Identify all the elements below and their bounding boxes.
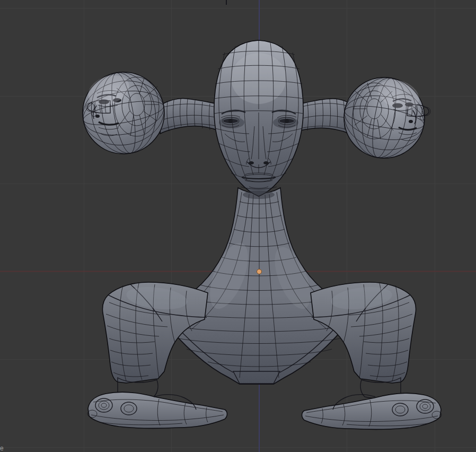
corner-cutoff-text: e [0,445,4,451]
viewport-canvas[interactable] [0,0,476,452]
chin-shadow [243,190,275,199]
object-origin-dot [257,270,262,274]
viewport-3d[interactable]: e [0,0,476,452]
